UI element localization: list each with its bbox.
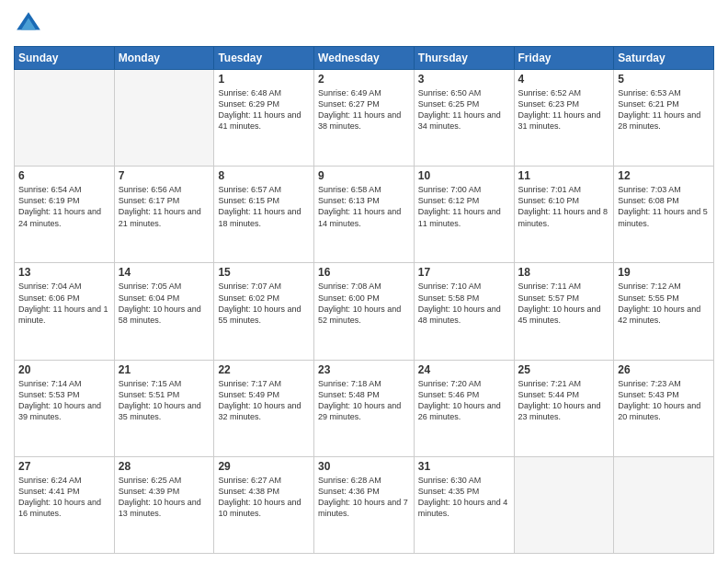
calendar-cell [514,456,614,553]
day-info: Sunrise: 6:49 AM Sunset: 6:27 PM Dayligh… [318,87,410,132]
calendar-cell: 2Sunrise: 6:49 AM Sunset: 6:27 PM Daylig… [314,70,415,167]
day-of-week-header: Tuesday [214,47,314,70]
day-number: 2 [318,73,410,86]
day-number: 12 [618,169,710,182]
day-info: Sunrise: 7:10 AM Sunset: 5:58 PM Dayligh… [418,281,510,326]
header [14,9,714,39]
day-info: Sunrise: 7:05 AM Sunset: 6:04 PM Dayligh… [119,281,210,326]
day-number: 18 [518,266,610,279]
day-number: 7 [119,169,210,182]
day-number: 11 [518,169,610,182]
day-info: Sunrise: 7:20 AM Sunset: 5:46 PM Dayligh… [418,378,510,423]
calendar-cell: 22Sunrise: 7:17 AM Sunset: 5:49 PM Dayli… [214,360,314,456]
day-of-week-header: Friday [514,47,614,70]
day-number: 5 [618,73,710,86]
day-info: Sunrise: 7:01 AM Sunset: 6:10 PM Dayligh… [518,184,610,229]
day-number: 3 [418,73,510,86]
calendar-cell: 29Sunrise: 6:27 AM Sunset: 4:38 PM Dayli… [214,456,314,553]
day-info: Sunrise: 7:21 AM Sunset: 5:44 PM Dayligh… [518,378,610,423]
calendar-header-row: SundayMondayTuesdayWednesdayThursdayFrid… [15,47,714,70]
day-number: 31 [418,460,510,473]
calendar-cell: 13Sunrise: 7:04 AM Sunset: 6:06 PM Dayli… [15,263,115,360]
calendar-cell: 14Sunrise: 7:05 AM Sunset: 6:04 PM Dayli… [114,263,214,360]
day-number: 15 [218,266,310,279]
day-info: Sunrise: 7:23 AM Sunset: 5:43 PM Dayligh… [618,378,710,423]
day-of-week-header: Wednesday [314,47,415,70]
day-info: Sunrise: 7:08 AM Sunset: 6:00 PM Dayligh… [318,281,410,326]
day-of-week-header: Thursday [414,47,514,70]
calendar-cell: 31Sunrise: 6:30 AM Sunset: 4:35 PM Dayli… [414,456,514,553]
day-info: Sunrise: 6:57 AM Sunset: 6:15 PM Dayligh… [218,184,310,229]
calendar-cell: 3Sunrise: 6:50 AM Sunset: 6:25 PM Daylig… [414,70,514,167]
calendar-cell: 17Sunrise: 7:10 AM Sunset: 5:58 PM Dayli… [414,263,514,360]
day-of-week-header: Sunday [15,47,115,70]
day-number: 4 [518,73,610,86]
calendar-cell: 30Sunrise: 6:28 AM Sunset: 4:36 PM Dayli… [314,456,415,553]
calendar-cell: 9Sunrise: 6:58 AM Sunset: 6:13 PM Daylig… [314,167,415,263]
day-info: Sunrise: 7:14 AM Sunset: 5:53 PM Dayligh… [18,378,110,423]
calendar-cell: 24Sunrise: 7:20 AM Sunset: 5:46 PM Dayli… [414,360,514,456]
day-info: Sunrise: 6:52 AM Sunset: 6:23 PM Dayligh… [518,87,610,132]
day-info: Sunrise: 6:58 AM Sunset: 6:13 PM Dayligh… [318,184,410,229]
calendar-cell: 6Sunrise: 6:54 AM Sunset: 6:19 PM Daylig… [15,167,115,263]
calendar-cell: 1Sunrise: 6:48 AM Sunset: 6:29 PM Daylig… [214,70,314,167]
day-number: 19 [618,266,710,279]
day-of-week-header: Monday [114,47,214,70]
calendar-cell: 18Sunrise: 7:11 AM Sunset: 5:57 PM Dayli… [514,263,614,360]
day-number: 10 [418,169,510,182]
calendar-cell: 27Sunrise: 6:24 AM Sunset: 4:41 PM Dayli… [15,456,115,553]
day-info: Sunrise: 6:25 AM Sunset: 4:39 PM Dayligh… [119,475,210,520]
day-info: Sunrise: 7:18 AM Sunset: 5:48 PM Dayligh… [318,378,410,423]
page: SundayMondayTuesdayWednesdayThursdayFrid… [0,0,728,563]
calendar-week-row: 6Sunrise: 6:54 AM Sunset: 6:19 PM Daylig… [15,167,714,263]
day-info: Sunrise: 6:53 AM Sunset: 6:21 PM Dayligh… [618,87,710,132]
calendar-cell: 19Sunrise: 7:12 AM Sunset: 5:55 PM Dayli… [614,263,714,360]
day-info: Sunrise: 6:24 AM Sunset: 4:41 PM Dayligh… [18,475,110,520]
calendar: SundayMondayTuesdayWednesdayThursdayFrid… [14,46,714,554]
day-info: Sunrise: 6:56 AM Sunset: 6:17 PM Dayligh… [119,184,210,229]
day-number: 26 [618,363,710,376]
day-info: Sunrise: 7:12 AM Sunset: 5:55 PM Dayligh… [618,281,710,326]
day-info: Sunrise: 6:48 AM Sunset: 6:29 PM Dayligh… [218,87,310,132]
logo [14,9,47,39]
day-number: 14 [119,266,210,279]
day-number: 22 [218,363,310,376]
day-number: 28 [119,460,210,473]
calendar-cell: 10Sunrise: 7:00 AM Sunset: 6:12 PM Dayli… [414,167,514,263]
calendar-cell: 15Sunrise: 7:07 AM Sunset: 6:02 PM Dayli… [214,263,314,360]
calendar-cell [114,70,214,167]
day-info: Sunrise: 7:17 AM Sunset: 5:49 PM Dayligh… [218,378,310,423]
calendar-cell: 28Sunrise: 6:25 AM Sunset: 4:39 PM Dayli… [114,456,214,553]
day-number: 21 [119,363,210,376]
day-number: 24 [418,363,510,376]
day-number: 23 [318,363,410,376]
day-info: Sunrise: 7:04 AM Sunset: 6:06 PM Dayligh… [18,281,110,326]
calendar-week-row: 1Sunrise: 6:48 AM Sunset: 6:29 PM Daylig… [15,70,714,167]
day-number: 25 [518,363,610,376]
calendar-cell: 5Sunrise: 6:53 AM Sunset: 6:21 PM Daylig… [614,70,714,167]
calendar-cell: 16Sunrise: 7:08 AM Sunset: 6:00 PM Dayli… [314,263,415,360]
calendar-cell: 8Sunrise: 6:57 AM Sunset: 6:15 PM Daylig… [214,167,314,263]
day-info: Sunrise: 6:27 AM Sunset: 4:38 PM Dayligh… [218,475,310,520]
calendar-cell: 21Sunrise: 7:15 AM Sunset: 5:51 PM Dayli… [114,360,214,456]
day-info: Sunrise: 6:30 AM Sunset: 4:35 PM Dayligh… [418,475,510,520]
day-number: 30 [318,460,410,473]
day-number: 13 [18,266,110,279]
day-info: Sunrise: 7:11 AM Sunset: 5:57 PM Dayligh… [518,281,610,326]
calendar-cell [614,456,714,553]
calendar-cell: 11Sunrise: 7:01 AM Sunset: 6:10 PM Dayli… [514,167,614,263]
calendar-cell: 7Sunrise: 6:56 AM Sunset: 6:17 PM Daylig… [114,167,214,263]
calendar-cell: 23Sunrise: 7:18 AM Sunset: 5:48 PM Dayli… [314,360,415,456]
calendar-cell: 25Sunrise: 7:21 AM Sunset: 5:44 PM Dayli… [514,360,614,456]
logo-icon [14,9,43,39]
day-info: Sunrise: 6:54 AM Sunset: 6:19 PM Dayligh… [18,184,110,229]
day-number: 9 [318,169,410,182]
day-of-week-header: Saturday [614,47,714,70]
calendar-cell: 12Sunrise: 7:03 AM Sunset: 6:08 PM Dayli… [614,167,714,263]
day-number: 6 [18,169,110,182]
day-info: Sunrise: 7:03 AM Sunset: 6:08 PM Dayligh… [618,184,710,229]
day-number: 27 [18,460,110,473]
day-number: 17 [418,266,510,279]
day-number: 8 [218,169,310,182]
day-number: 20 [18,363,110,376]
